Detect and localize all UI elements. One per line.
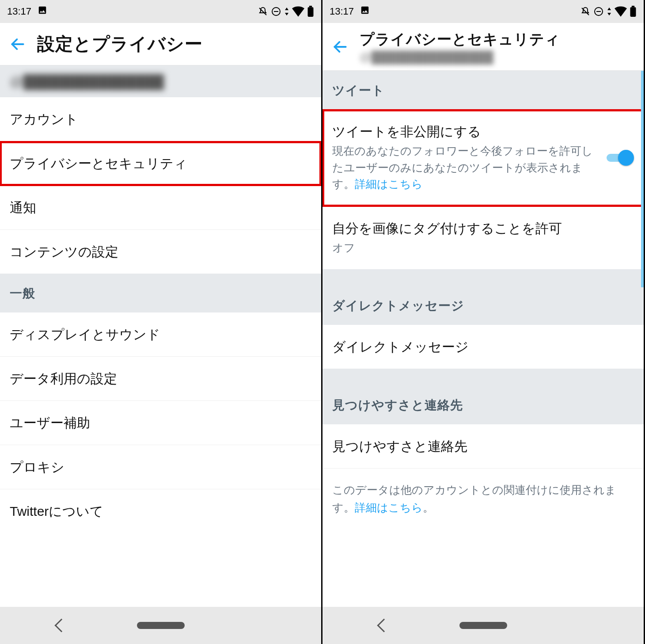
settings-item-label: プライバシーとセキュリティ [10, 155, 187, 172]
battery-icon [307, 6, 314, 17]
nav-home-pill[interactable] [137, 622, 185, 629]
settings-item-label: プロキシ [10, 458, 64, 476]
account-handle-header: @███████████████ [0, 65, 321, 97]
status-bar: 13:17 [322, 0, 644, 23]
row-subtitle: 現在のあなたのフォロワーと今後フォローを許可したユーザーのみにあなたのツイートが… [332, 143, 596, 193]
page-title: 設定とプライバシー [37, 32, 203, 56]
section-header-dm: ダイレクトメッセージ [322, 289, 644, 325]
nav-back-icon[interactable] [54, 618, 68, 632]
row-photo-tagging[interactable]: 自分を画像にタグ付けすることを許可 オフ [322, 206, 644, 270]
row-direct-messages[interactable]: ダイレクトメッセージ [322, 325, 644, 369]
protect-tweets-toggle[interactable] [605, 150, 634, 166]
android-nav-bar [0, 607, 321, 644]
toggle-thumb [618, 150, 634, 166]
gallery-icon [360, 5, 370, 18]
back-button[interactable] [8, 34, 27, 54]
section-gap [322, 369, 644, 388]
wifi-icon [292, 6, 304, 17]
section-header-tweet: ツイート [322, 71, 644, 110]
account-handle: @███████████████ [10, 74, 311, 89]
battery-icon [630, 6, 637, 17]
row-title: 自分を画像にタグ付けすることを許可 [332, 220, 634, 237]
row-title: ダイレクトメッセージ [332, 338, 469, 355]
svg-rect-7 [630, 7, 636, 17]
mute-icon [580, 6, 591, 17]
settings-item-accessibility[interactable]: ユーザー補助 [0, 401, 321, 445]
row-title: ツイートを非公開にする [332, 123, 596, 140]
svg-rect-3 [309, 6, 312, 7]
discover-note: このデータは他のアカウントとの関連付けに使用されます。詳細はこちら。 [322, 469, 644, 534]
row-discoverability[interactable]: 見つけやすさと連絡先 [322, 424, 644, 469]
note-text-post: 。 [423, 501, 434, 514]
settings-item-label: ディスプレイとサウンド [10, 326, 160, 343]
dnd-icon [271, 6, 281, 17]
svg-rect-2 [308, 7, 314, 17]
settings-item-privacy[interactable]: プライバシーとセキュリティ [0, 141, 321, 186]
phone-left: 13:17 設定とプライバシー @███████████████ アカウント プ… [0, 0, 322, 644]
settings-item-label: 通知 [10, 199, 36, 216]
back-arrow-icon [332, 38, 349, 55]
mute-icon [258, 6, 268, 17]
learn-more-link[interactable]: 詳細はこちら [355, 501, 423, 514]
page-subtitle: @███████████████ [360, 50, 560, 64]
back-arrow-icon [9, 36, 26, 53]
settings-item-proxy[interactable]: プロキシ [0, 445, 321, 489]
status-bar: 13:17 [0, 0, 321, 23]
section-header-discover: 見つけやすさと連絡先 [322, 388, 644, 424]
settings-item-account[interactable]: アカウント [0, 97, 321, 141]
settings-item-content[interactable]: コンテンツの設定 [0, 230, 321, 274]
gallery-icon [38, 5, 47, 18]
row-protect-tweets[interactable]: ツイートを非公開にする 現在のあなたのフォロワーと今後フォローを許可したユーザー… [322, 110, 644, 206]
status-time: 13:17 [330, 6, 354, 17]
status-time: 13:17 [7, 6, 31, 17]
page-title: プライバシーとセキュリティ [360, 30, 560, 50]
settings-item-label: アカウント [10, 111, 78, 128]
privacy-scroll[interactable]: ツイート ツイートを非公開にする 現在のあなたのフォロワーと今後フォローを許可し… [322, 71, 644, 607]
settings-item-label: ユーザー補助 [10, 414, 90, 431]
section-gap [322, 269, 644, 289]
settings-scroll[interactable]: @███████████████ アカウント プライバシーとセキュリティ 通知 … [0, 65, 321, 607]
wifi-icon [615, 6, 627, 17]
settings-item-label: データ利用の設定 [10, 370, 117, 387]
app-bar: プライバシーとセキュリティ @███████████████ [322, 23, 644, 71]
row-title: 見つけやすさと連絡先 [332, 438, 467, 455]
signal-icon [607, 6, 612, 17]
learn-more-link[interactable]: 詳細はこちら [355, 178, 423, 190]
settings-item-notifications[interactable]: 通知 [0, 186, 321, 230]
settings-item-about[interactable]: Twitterについて [0, 489, 321, 533]
nav-home-pill[interactable] [459, 622, 507, 629]
dnd-icon [593, 6, 604, 17]
scroll-edge-indicator [641, 71, 644, 287]
back-button[interactable] [330, 37, 350, 57]
nav-back-icon[interactable] [377, 618, 391, 632]
app-bar: 設定とプライバシー [0, 23, 321, 65]
section-header-general: 一般 [0, 274, 321, 312]
phone-right: 13:17 プライバシーとセキュリティ @███████████████ ツイー… [322, 0, 645, 644]
svg-rect-8 [632, 6, 635, 7]
settings-item-data-usage[interactable]: データ利用の設定 [0, 357, 321, 401]
android-nav-bar [322, 607, 644, 644]
signal-icon [284, 6, 289, 17]
settings-item-display[interactable]: ディスプレイとサウンド [0, 312, 321, 357]
settings-item-label: Twitterについて [10, 503, 103, 520]
settings-item-label: コンテンツの設定 [10, 243, 118, 260]
row-subtitle: オフ [332, 240, 634, 256]
